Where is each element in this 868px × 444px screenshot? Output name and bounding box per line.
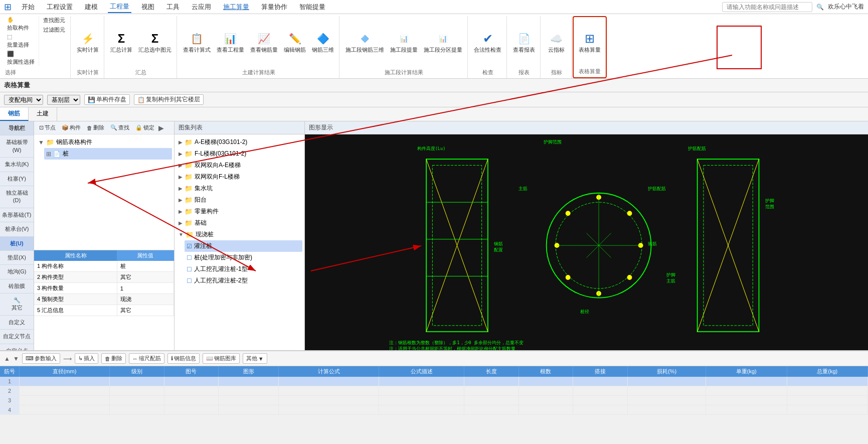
menu-construction-quantity[interactable]: 施工算量 [221,2,251,13]
catalog-balcony[interactable]: ▶ 📁 阳台 [177,194,302,206]
row-num-4: 4 [0,405,20,415]
find-icon: 🔍 [110,124,117,131]
catalog-pile-dense[interactable]: ☐ 桩(处理加密与非加密) [185,252,302,263]
constr-rebar-3d-btn[interactable]: 🔷 施工段钢筋三维 [343,30,386,54]
find-element-btn[interactable]: 查找图元 [41,16,67,25]
pick-component-btn[interactable]: ✋ 拾取构件 [5,16,37,32]
table-calc-btn[interactable]: ⊞ 表格算量 [577,30,603,54]
menu-start[interactable]: 开始 [20,2,37,13]
tree-root[interactable]: ▼ 📁 钢筋表格构件 [36,136,172,148]
summary-sel-icon: Σ [147,31,163,47]
filter-element-btn[interactable]: 过滤图元 [41,26,67,34]
rebar-row-1: 1 [0,377,868,386]
catalog-sump[interactable]: ▶ 📁 集水坑 [177,183,302,194]
find-btn[interactable]: 🔍 查找 [108,123,131,132]
constr-extract-icon: 📊 [396,31,412,47]
tab-civil[interactable]: 土建 [29,107,57,121]
edit-rebar-btn[interactable]: ✏️ 编辑钢筋 [282,30,308,54]
summary-selected-btn[interactable]: Σ 汇总选中图元 [136,30,173,54]
sidebar-pile-cap[interactable]: 桩承台(V) [0,222,34,236]
sidebar-custom-node[interactable]: 自定义节点 [0,330,34,344]
view-report-btn[interactable]: 📄 查看报表 [511,30,537,54]
menu-cloud[interactable]: 云应用 [190,2,213,13]
sidebar-custom[interactable]: 自定义 [0,316,34,330]
down-btn[interactable]: ▼ [13,355,19,362]
insert-btn[interactable]: ↳ 插入 [75,353,98,364]
more-btn[interactable]: ▶ [158,124,164,132]
search-icon[interactable]: 🔍 [816,4,824,11]
sidebar-sump[interactable]: 集水坑(K) [0,158,34,172]
property-select-btn[interactable]: ⬛ 按属性选择 [5,50,37,66]
sidebar-column[interactable]: 柱寨(Y) [0,172,34,186]
lock-btn[interactable]: 🔒 锁定 [133,123,156,132]
summary-calc-btn[interactable]: Σ 汇总计算 [108,30,134,54]
insert-icon: ↳ [78,355,83,362]
catalog-double-ae[interactable]: ▶ 📁 双网双向A-E楼梯 [177,160,302,171]
save-component-btn[interactable]: 💾 单构件存盘 [84,94,130,105]
node-btn[interactable]: ⊡ 节点 [37,123,58,132]
prop-row: 2 构件类型 其它 [34,272,174,283]
constr-extract-btn[interactable]: 📊 施工段提量 [388,30,420,54]
legality-check-btn[interactable]: ✔ 合法性检查 [472,30,503,54]
folder-icon: 📁 [185,219,193,227]
catalog-cast-pile-folder[interactable]: ▼ 📁 现浇桩 [177,229,302,240]
catalog-fl-stairs[interactable]: ▶ 📁 F-L楼梯(03G101-2) [177,148,302,160]
batch-select-btn[interactable]: ⬚ 批量选择 [5,33,37,49]
view-quantities-btn[interactable]: 📊 查看工程量 [215,30,246,54]
menu-model[interactable]: 建模 [83,2,100,13]
menu-tools[interactable]: 工具 [164,2,182,13]
up-btn[interactable]: ▲ [4,355,10,362]
sidebar-brick-mold[interactable]: 砖胎膜 [0,279,34,293]
copy-component-btn[interactable]: 📋 复制构件到其它楼层 [134,94,204,105]
zone-select[interactable]: 变配电间 [4,95,43,105]
folder-icon: 📁 [185,173,193,181]
sidebar-custom-point[interactable]: 自定义点 [0,344,34,350]
catalog-foundation[interactable]: ▶ 📁 基础 [177,217,302,229]
col-lap: 搭接 [573,366,628,377]
svg-text:注：钢筋根数为整数（整除），多1，少0 多余部分均分，总量不: 注：钢筋根数为整数（整除），多1，少0 多余部分均分，总量不变 [389,340,524,345]
sidebar-other[interactable]: 🔧 其它 [0,293,34,316]
tab-rebar[interactable]: 钢筋 [0,107,29,121]
sidebar-pile[interactable]: 桩(U) [0,237,34,251]
menu-quantities[interactable]: 工程量 [108,1,131,13]
realtime-icon: ⚡ [80,31,96,47]
delete-row-btn[interactable]: 🗑 删除 [101,353,126,364]
rebar-table: 筋号 直径(mm) 级别 图号 图形 计算公式 公式描述 长度 根数 搭接 损耗… [0,366,868,415]
realtime-calc-btn[interactable]: ⚡ 实时计算 [75,30,101,54]
rebar-3d-btn[interactable]: 🔷 钢筋三维 [310,30,336,54]
catalog-ae-stairs[interactable]: ▶ 📁 A-E楼梯(03G101-2) [177,136,302,148]
constr-zone-btn[interactable]: 📊 施工段分区提量 [422,30,464,54]
menu-project-settings[interactable]: 工程设置 [45,2,75,13]
tree-pile[interactable]: ⊞ 📄 桩 [44,148,172,160]
menu-smart-extract[interactable]: 智能提量 [297,2,327,13]
floor-select[interactable]: 基别层 [47,95,80,105]
menu-view[interactable]: 视图 [139,2,156,13]
catalog-manual-pile-1[interactable]: ☐ 人工挖孔灌注桩-1型 [185,263,302,275]
view-formula-btn[interactable]: 📋 查看计算式 [181,30,213,54]
view-rebar-btn[interactable]: 📈 查看钢筋量 [248,30,280,54]
sidebar-isolated-foundation[interactable]: 独立基础(D) [0,186,34,208]
scale-rebar-btn[interactable]: ↔ 缩尺配筋 [129,353,164,364]
svg-text:桩径: 桩径 [580,309,589,314]
other-btn[interactable]: 其他 ▼ [243,353,267,364]
rebar-info-btn[interactable]: ℹ 钢筋信息 [167,353,200,364]
sidebar-trench[interactable]: 地沟(G) [0,265,34,279]
menu-quantity-coop[interactable]: 算量协作 [259,2,289,13]
rebar-catalog-btn[interactable]: 📖 钢筋图库 [203,353,240,364]
catalog-double-fl[interactable]: ▶ 📁 双网双向F-L楼梯 [177,171,302,183]
catalog-grouted-pile[interactable]: ☑ 灌注桩 [185,240,302,252]
content-header: 表格算量 [0,79,868,92]
search-input[interactable] [722,2,812,12]
chevron-down-icon: ▼ [258,356,264,362]
catalog-manual-pile-2[interactable]: ☐ 人工挖孔灌注桩-2型 [185,275,302,286]
col-total-weight: 总重(kg) [787,366,868,377]
sidebar-strip-foundation[interactable]: 条形基础(T) [0,208,34,222]
param-input-btn[interactable]: ⌨ 参数输入 [22,353,60,364]
delete-btn[interactable]: 🗑 删除 [85,123,106,132]
catalog-zero[interactable]: ▶ 📁 零量构件 [177,206,302,217]
sidebar-cushion[interactable]: 垫层(X) [0,251,34,265]
col-unit-weight: 单重(kg) [706,366,787,377]
component-btn[interactable]: 📦 构件 [60,123,83,132]
cloud-indicator-btn[interactable]: ☁️ 云指标 [546,30,568,54]
sidebar-foundation-strip[interactable]: 基础板带(W) [0,135,34,158]
